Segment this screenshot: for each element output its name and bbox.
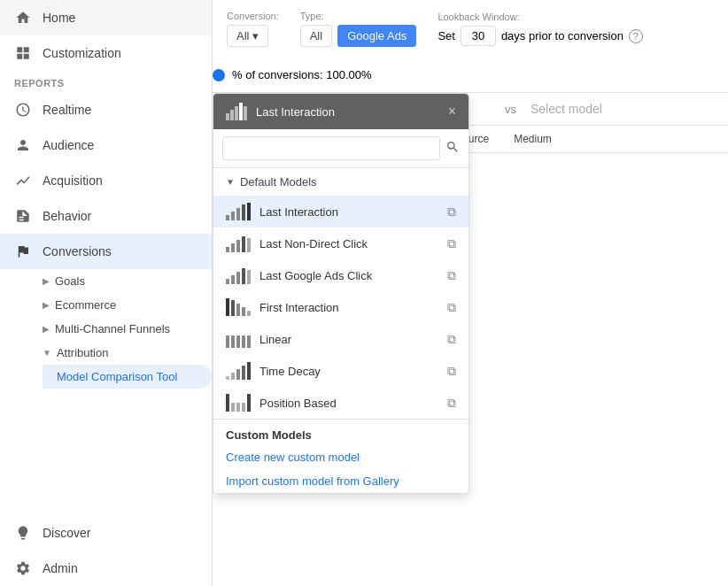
lookback-days-input[interactable] [461,26,496,46]
sidebar-label-audience: Audience [43,138,94,152]
dropdown-title: Last Interaction [256,105,335,119]
svg-rect-15 [226,279,229,284]
goals-arrow: ▶ [43,276,50,286]
svg-rect-27 [236,335,240,348]
sidebar-item-acquisition[interactable]: Acquisition [0,163,212,198]
sidebar-item-behavior[interactable]: Behavior [0,198,212,234]
svg-rect-39 [247,394,251,412]
svg-rect-11 [231,243,235,252]
svg-rect-12 [236,240,240,252]
svg-rect-30 [226,376,229,380]
model-item-last-google-ads[interactable]: Last Google Ads Click ⧉ [213,259,469,291]
sidebar-label-conversions: Conversions [43,244,112,258]
sidebar-label-customization: Customization [43,46,121,60]
svg-rect-21 [231,300,235,316]
model-icon-time-decay [226,362,251,380]
svg-rect-26 [231,335,235,348]
type-google-ads-button[interactable]: Google Ads [337,25,416,47]
conversion-label: Conversion: [227,11,279,21]
sidebar-item-audience[interactable]: Audience [0,127,212,163]
model-item-last-non-direct[interactable]: Last Non-Direct Click ⧉ [213,227,469,259]
svg-rect-19 [247,270,251,284]
person-icon [14,136,32,154]
sidebar-item-conversions[interactable]: Conversions [0,234,212,269]
submenu-ecommerce[interactable]: ▶ Ecommerce [43,293,212,317]
model-name-last-interaction: Last Interaction [259,205,438,219]
import-custom-model-link[interactable]: Import custom model from Gallery [213,469,469,493]
model-item-position-based[interactable]: Position Based ⧉ [213,387,469,419]
section-arrow-icon: ▼ [226,177,235,187]
svg-rect-20 [226,298,229,316]
submenu-label-multi-channel: Multi-Channel Funnels [55,322,170,335]
sidebar-item-realtime[interactable]: Realtime [0,92,212,127]
home-icon [14,9,32,27]
conversion-dropdown[interactable]: All ▾ [227,25,268,47]
model-copy-last-non-direct[interactable]: ⧉ [447,236,456,251]
sidebar-item-admin[interactable]: Admin [0,551,212,586]
section-header-default: ▼ Default Models [213,168,469,196]
sidebar-item-discover[interactable]: Discover [0,515,212,551]
dropdown-arrow-icon: ▾ [252,29,259,42]
svg-rect-33 [242,366,245,380]
submenu-multi-channel[interactable]: ▶ Multi-Channel Funnels [43,317,212,341]
sidebar-item-home[interactable]: Home [0,0,212,35]
select-model-button[interactable]: Select model [531,102,602,116]
type-all-button[interactable]: All [300,25,332,47]
model-copy-linear[interactable]: ⧉ [447,332,456,347]
svg-rect-6 [231,212,235,220]
tab-medium[interactable]: Medium [501,126,564,152]
sidebar-label-behavior: Behavior [43,209,91,223]
conversion-group: Conversion: All ▾ [227,11,279,47]
model-item-first-interaction[interactable]: First Interaction ⧉ [213,291,469,323]
search-icon-button[interactable] [445,140,460,157]
custom-models-header: Custom Models [213,419,469,445]
svg-rect-14 [247,238,251,252]
help-icon[interactable]: ? [629,29,643,43]
model-copy-last-google-ads[interactable]: ⧉ [447,268,456,283]
sidebar-label-acquisition: Acquisition [43,173,103,188]
sidebar-label-home: Home [43,11,75,25]
model-item-last-interaction[interactable]: Last Interaction ⧉ [213,196,469,227]
model-copy-last-interaction[interactable]: ⧉ [447,204,456,220]
submenu-label-attribution: Attribution [57,346,109,359]
flag-icon [14,243,32,260]
model-item-linear[interactable]: Linear ⧉ [213,323,469,355]
model-comparison-label: Model Comparison Tool [57,370,177,383]
behavior-icon [14,207,32,225]
svg-rect-32 [236,369,240,380]
model-copy-first-interaction[interactable]: ⧉ [447,300,456,315]
svg-rect-34 [247,362,251,380]
main-content: Conversion: All ▾ Type: All Google Ads L… [213,0,728,586]
attribution-arrow: ▼ [43,348,51,358]
sidebar-label-admin: Admin [43,561,78,575]
ecommerce-arrow: ▶ [43,300,50,310]
svg-rect-24 [247,311,251,316]
svg-rect-22 [236,304,240,316]
type-group: Type: All Google Ads [300,11,417,47]
dropdown-header-left: Last Interaction [226,103,335,120]
topbar: Conversion: All ▾ Type: All Google Ads L… [213,0,728,93]
lookback-group: Lookback Window: Set days prior to conve… [438,12,643,46]
create-custom-model-link[interactable]: Create new custom model [213,445,469,469]
svg-rect-35 [226,394,229,412]
model-search-input[interactable] [222,136,440,160]
model-item-time-decay[interactable]: Time Decay ⧉ [213,355,469,387]
vs-text: vs [505,103,516,116]
svg-rect-1 [230,110,234,120]
model-name-linear: Linear [259,333,438,346]
lightbulb-icon [14,524,32,542]
model-name-position-based: Position Based [259,397,438,410]
model-copy-position-based[interactable]: ⧉ [447,396,456,411]
model-icon-position-based [226,394,251,412]
svg-rect-8 [242,204,245,220]
svg-rect-2 [235,106,238,120]
svg-rect-0 [226,113,229,120]
svg-rect-13 [242,236,245,252]
model-copy-time-decay[interactable]: ⧉ [447,364,456,379]
submenu-model-comparison[interactable]: Model Comparison Tool [43,365,212,389]
submenu-attribution[interactable]: ▼ Attribution [43,341,212,365]
sidebar-item-customization[interactable]: Customization [0,35,212,71]
type-control: All Google Ads [300,25,417,47]
submenu-goals[interactable]: ▶ Goals [43,269,212,293]
dropdown-close-button[interactable]: × [448,104,456,120]
